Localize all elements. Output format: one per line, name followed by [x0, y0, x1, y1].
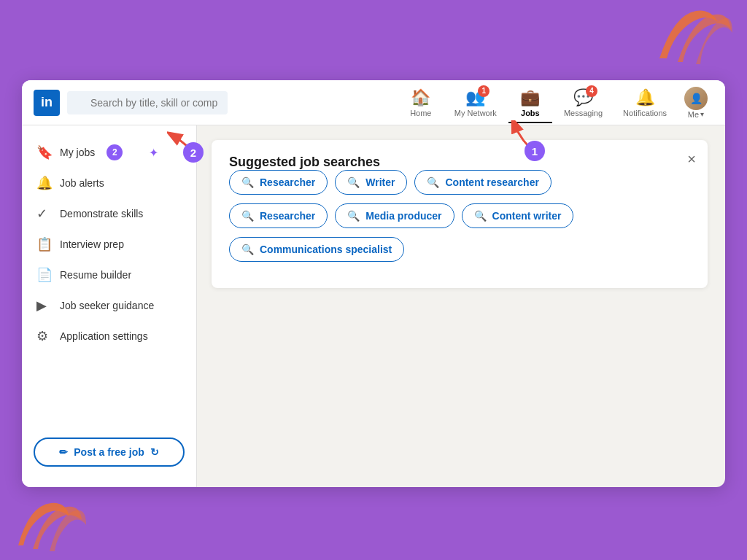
nav-messaging-label: Messaging [564, 109, 603, 117]
chip-researcher-2[interactable]: 🔍 Researcher [229, 203, 328, 228]
jobs-icon: 💼 [520, 88, 540, 107]
chip-content-researcher[interactable]: 🔍 Content researcher [414, 170, 551, 195]
nav-messaging[interactable]: 💬 4 Messaging [555, 85, 611, 120]
sidebar-item-app-settings[interactable]: ⚙ Application settings [22, 321, 196, 351]
main-card: in 🔍 🏠 Home 👥 1 My Network 💼 Jobs [22, 80, 725, 487]
chip-writer-label: Writer [365, 176, 395, 188]
play-icon: ▶ [36, 298, 51, 314]
network-icon: 👥 1 [465, 88, 485, 107]
sidebar-app-settings-label: Application settings [60, 330, 148, 342]
search-wrapper: 🔍 [67, 91, 228, 114]
chip-media-producer[interactable]: 🔍 Media producer [335, 203, 454, 228]
chip-content-researcher-label: Content researcher [445, 176, 538, 188]
messaging-icon: 💬 4 [573, 88, 593, 107]
chip-search-icon-7: 🔍 [241, 244, 254, 255]
notifications-icon: 🔔 [635, 88, 655, 107]
sidebar-demonstrate-skills-label: Demonstrate skills [60, 208, 143, 219]
gear-icon: ⚙ [36, 328, 51, 344]
sidebar-item-demonstrate-skills[interactable]: ✓ Demonstrate skills [22, 198, 196, 229]
nav-notifications-label: Notifications [623, 109, 667, 117]
chip-content-writer-label: Content writer [492, 210, 562, 222]
chip-search-icon-1: 🔍 [241, 176, 254, 188]
main-panel: Suggested job searches × 🔍 Researcher 🔍 … [197, 125, 725, 487]
job-chips-row-3: 🔍 Communications specialist [229, 237, 690, 262]
nav-me[interactable]: 👤 Me ▾ [678, 84, 713, 122]
content-area: 🔖 My jobs ✦ 2 2 [22, 125, 725, 487]
bookmark-icon: 🔖 [36, 144, 51, 160]
sparkle-icon: ✦ [149, 146, 158, 160]
search-input[interactable] [67, 91, 228, 114]
post-job-label: Post a free job [74, 446, 144, 458]
nav-notifications[interactable]: 🔔 Notifications [614, 85, 676, 120]
sidebar-resume-builder-label: Resume builder [60, 269, 131, 281]
sidebar-job-alerts-label: Job alerts [60, 177, 104, 189]
nav-home[interactable]: 🏠 Home [399, 85, 443, 120]
chip-researcher-2-label: Researcher [260, 210, 315, 222]
nav-jobs[interactable]: 💼 Jobs [508, 85, 552, 120]
chip-search-icon-5: 🔍 [347, 210, 360, 222]
avatar: 👤 [684, 87, 708, 110]
chip-search-icon-2: 🔍 [347, 176, 360, 188]
chip-comms-specialist[interactable]: 🔍 Communications specialist [229, 237, 404, 262]
chip-researcher-1-label: Researcher [260, 176, 315, 188]
sidebar: 🔖 My jobs ✦ 2 2 [22, 125, 197, 487]
job-chips-row-1: 🔍 Researcher 🔍 Writer 🔍 Content research… [229, 170, 690, 195]
chip-comms-label: Communications specialist [260, 244, 392, 255]
post-job-icon: ✏ [59, 446, 68, 458]
post-job-button[interactable]: ✏ Post a free job ↻ [34, 438, 185, 467]
nav-jobs-label: Jobs [521, 109, 540, 117]
post-job-spinner-icon: ↻ [150, 446, 159, 458]
sidebar-interview-prep-label: Interview prep [60, 238, 124, 250]
document-icon: 📄 [36, 267, 51, 283]
network-badge: 1 [478, 85, 489, 97]
suggested-title: Suggested job searches [229, 155, 380, 169]
nav-network[interactable]: 👥 1 My Network [446, 85, 506, 120]
chip-search-icon-6: 🔍 [474, 210, 487, 222]
sidebar-item-job-alerts[interactable]: 🔔 Job alerts [22, 168, 196, 198]
chip-content-writer[interactable]: 🔍 Content writer [462, 203, 574, 228]
sidebar-item-interview-prep[interactable]: 📋 Interview prep [22, 229, 196, 260]
navbar: in 🔍 🏠 Home 👥 1 My Network 💼 Jobs [22, 80, 725, 125]
nav-home-label: Home [410, 109, 431, 117]
close-button[interactable]: × [687, 152, 696, 166]
chip-media-producer-label: Media producer [365, 210, 441, 222]
me-row: Me ▾ [688, 110, 704, 119]
suggested-card: Suggested job searches × 🔍 Researcher 🔍 … [212, 140, 708, 288]
sidebar-job-seeker-label: Job seeker guidance [60, 300, 154, 311]
job-chips-row-2: 🔍 Researcher 🔍 Media producer 🔍 Content … [229, 203, 690, 228]
nav-network-label: My Network [454, 109, 497, 117]
chip-writer[interactable]: 🔍 Writer [335, 170, 407, 195]
clipboard-icon: 📋 [36, 236, 51, 252]
bell-icon: 🔔 [36, 175, 51, 191]
nav-items: 🏠 Home 👥 1 My Network 💼 Jobs 💬 4 Me [399, 84, 713, 122]
chip-search-icon-3: 🔍 [427, 176, 439, 188]
me-chevron-icon: ▾ [700, 110, 704, 118]
chip-researcher-1[interactable]: 🔍 Researcher [229, 170, 328, 195]
sidebar-item-my-jobs[interactable]: 🔖 My jobs ✦ 2 2 [22, 137, 196, 168]
messaging-badge: 4 [586, 85, 597, 97]
linkedin-logo[interactable]: in [34, 90, 60, 116]
sidebar-item-resume-builder[interactable]: 📄 Resume builder [22, 260, 196, 290]
checkmark-icon: ✓ [36, 206, 51, 222]
me-label: Me [688, 110, 699, 119]
chip-search-icon-4: 🔍 [241, 210, 254, 222]
home-icon: 🏠 [411, 88, 430, 107]
sidebar-my-jobs-badge: 2 [107, 144, 123, 160]
sidebar-item-job-seeker[interactable]: ▶ Job seeker guidance [22, 290, 196, 321]
sidebar-my-jobs-label: My jobs [60, 147, 95, 158]
